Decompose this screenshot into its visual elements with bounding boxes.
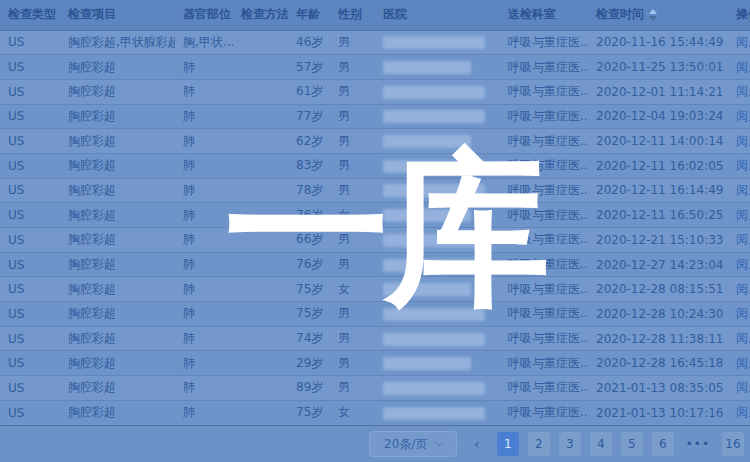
cell-gender: 男 — [330, 252, 375, 277]
redacted-hospital-block — [383, 110, 485, 123]
redacted-hospital-block — [383, 184, 485, 197]
exam-list-screen: 检查类型检查项目器官部位检查方法年龄性别医院送检科室检查时间操作 US胸腔彩超,… — [0, 0, 750, 462]
sort-asc-caret-icon — [649, 9, 657, 14]
view-images-link[interactable]: 阅片 — [736, 306, 750, 320]
page-size-select[interactable]: 20条/页 — [369, 431, 457, 457]
view-images-link[interactable]: 阅片 — [736, 35, 750, 49]
cell-time: 2020-12-01 11:14:21 — [588, 79, 728, 104]
cell-gender: 男 — [330, 376, 375, 401]
cell-time: 2020-11-25 13:50:01 — [588, 55, 728, 80]
view-images-link[interactable]: 阅片 — [736, 208, 750, 222]
cell-organ: 肺 — [175, 55, 233, 80]
page-buttons: 123456•••16 — [497, 432, 744, 456]
view-images-link[interactable]: 阅片 — [736, 331, 750, 345]
view-images-link[interactable]: 阅片 — [736, 134, 750, 148]
view-images-link[interactable]: 阅片 — [736, 257, 750, 271]
column-header-method: 检查方法 — [233, 0, 288, 30]
view-images-link[interactable]: 阅片 — [736, 60, 750, 74]
page-button-4[interactable]: 4 — [590, 432, 612, 456]
cell-gender: 男 — [330, 228, 375, 253]
column-header-type: 检查类型 — [0, 0, 60, 30]
cell-hospital — [375, 376, 500, 401]
cell-item: 胸腔彩超 — [60, 203, 175, 228]
cell-dept: 呼吸与重症医... — [500, 79, 588, 104]
redacted-hospital-block — [383, 283, 471, 296]
column-header-label: 检查时间 — [596, 7, 644, 21]
cell-organ: 肺 — [175, 400, 233, 425]
cell-organ: 肺 — [175, 178, 233, 203]
cell-time: 2020-12-28 11:38:11 — [588, 326, 728, 351]
cell-action: 阅片 — [728, 376, 750, 401]
table-row: US胸腔彩超肺75岁男呼吸与重症医...2020-12-28 10:24:30阅… — [0, 302, 750, 327]
cell-type: US — [0, 178, 60, 203]
view-images-link[interactable]: 阅片 — [736, 405, 750, 419]
cell-organ: 肺 — [175, 302, 233, 327]
sort-icon[interactable] — [649, 9, 657, 21]
table-body: US胸腔彩超,甲状腺彩超胸,甲状...46岁男呼吸与重症医...2020-11-… — [0, 30, 750, 425]
cell-type: US — [0, 79, 60, 104]
redacted-hospital-block — [383, 407, 485, 420]
cell-dept: 呼吸与重症医... — [500, 178, 588, 203]
redacted-hospital-block — [383, 333, 485, 346]
page-button-16[interactable]: 16 — [722, 432, 744, 456]
redacted-hospital-block — [383, 61, 471, 74]
page-button-3[interactable]: 3 — [559, 432, 581, 456]
column-header-time[interactable]: 检查时间 — [588, 0, 728, 30]
page-button-6[interactable]: 6 — [652, 432, 674, 456]
cell-method — [233, 79, 288, 104]
cell-dept: 呼吸与重症医... — [500, 203, 588, 228]
cell-action: 阅片 — [728, 277, 750, 302]
cell-action: 阅片 — [728, 252, 750, 277]
cell-item: 胸腔彩超 — [60, 55, 175, 80]
cell-time: 2020-12-04 19:03:24 — [588, 104, 728, 129]
cell-age: 29岁 — [288, 351, 330, 376]
cell-hospital — [375, 400, 500, 425]
cell-organ: 肺 — [175, 79, 233, 104]
cell-hospital — [375, 302, 500, 327]
cell-method — [233, 129, 288, 154]
cell-type: US — [0, 400, 60, 425]
redacted-hospital-block — [383, 234, 485, 247]
page-ellipsis-button[interactable]: ••• — [683, 432, 713, 456]
page-button-2[interactable]: 2 — [528, 432, 550, 456]
cell-dept: 呼吸与重症医... — [500, 129, 588, 154]
cell-action: 阅片 — [728, 326, 750, 351]
redacted-hospital-block — [383, 382, 485, 395]
cell-action: 阅片 — [728, 129, 750, 154]
cell-dept: 呼吸与重症医... — [500, 376, 588, 401]
cell-type: US — [0, 55, 60, 80]
view-images-link[interactable]: 阅片 — [736, 356, 750, 370]
cell-hospital — [375, 228, 500, 253]
column-header-label: 器官部位 — [183, 7, 231, 21]
cell-dept: 呼吸与重症医... — [500, 228, 588, 253]
cell-dept: 呼吸与重症医... — [500, 400, 588, 425]
table-row: US胸腔彩超肺77岁男呼吸与重症医...2020-12-04 19:03:24阅… — [0, 104, 750, 129]
table-row: US胸腔彩超肺78岁男呼吸与重症医...2020-12-11 16:14:49阅… — [0, 178, 750, 203]
table-row: US胸腔彩超肺74岁男呼吸与重症医...2020-12-28 11:38:11阅… — [0, 326, 750, 351]
cell-item: 胸腔彩超 — [60, 104, 175, 129]
cell-type: US — [0, 153, 60, 178]
page-button-5[interactable]: 5 — [621, 432, 643, 456]
exam-table: 检查类型检查项目器官部位检查方法年龄性别医院送检科室检查时间操作 US胸腔彩超,… — [0, 0, 750, 426]
cell-age: 46岁 — [288, 30, 330, 55]
prev-page-button[interactable]: ‹ — [466, 432, 488, 456]
cell-time: 2020-12-28 10:24:30 — [588, 302, 728, 327]
cell-action: 阅片 — [728, 153, 750, 178]
view-images-link[interactable]: 阅片 — [736, 109, 750, 123]
redacted-hospital-block — [383, 160, 485, 173]
view-images-link[interactable]: 阅片 — [736, 84, 750, 98]
view-images-link[interactable]: 阅片 — [736, 282, 750, 296]
cell-type: US — [0, 228, 60, 253]
view-images-link[interactable]: 阅片 — [736, 380, 750, 394]
cell-item: 胸腔彩超 — [60, 228, 175, 253]
view-images-link[interactable]: 阅片 — [736, 232, 750, 246]
cell-item: 胸腔彩超 — [60, 351, 175, 376]
view-images-link[interactable]: 阅片 — [736, 183, 750, 197]
page-button-1[interactable]: 1 — [497, 432, 519, 456]
cell-hospital — [375, 104, 500, 129]
cell-time: 2020-12-27 14:23:04 — [588, 252, 728, 277]
cell-type: US — [0, 277, 60, 302]
cell-item: 胸腔彩超 — [60, 153, 175, 178]
view-images-link[interactable]: 阅片 — [736, 158, 750, 172]
cell-gender: 男 — [330, 104, 375, 129]
